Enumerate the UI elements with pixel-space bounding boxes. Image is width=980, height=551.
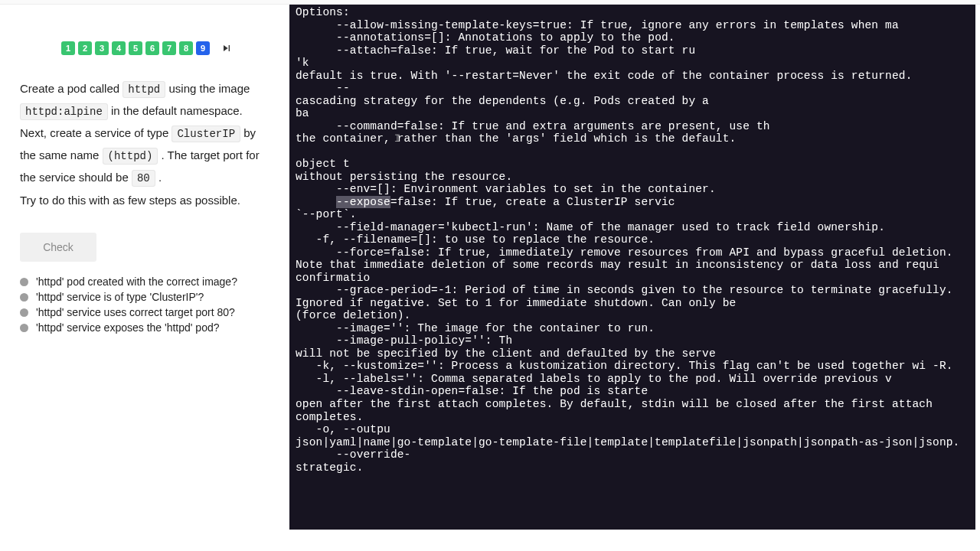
skip-end-button[interactable]	[220, 42, 233, 54]
instr-text: .	[158, 171, 162, 184]
terminal-highlight: --expose	[336, 196, 390, 208]
scrollbar[interactable]	[975, 5, 980, 530]
bullet-icon	[20, 278, 28, 286]
instr-text: Create a pod called	[20, 82, 122, 95]
checklist-item: 'httpd' service uses correct target port…	[20, 306, 270, 318]
page-btn-1[interactable]: 1	[61, 41, 75, 55]
code-httpd: httpd	[122, 81, 165, 98]
code-clusterip: ClusterIP	[172, 126, 240, 142]
instr-text: using the image	[168, 82, 250, 95]
checklist-item: 'httpd' service exposes the 'httpd' pod?	[20, 321, 270, 334]
instructions-text: Create a pod called httpd using the imag…	[20, 78, 270, 213]
checklist-item: 'httpd' service is of type 'ClusterIP'?	[20, 291, 270, 303]
page-btn-6[interactable]: 6	[145, 41, 159, 55]
terminal-container: Options: --allow-missing-template-keys=t…	[289, 5, 980, 551]
terminal-output: =false: If true, create a ClusterIP serv…	[296, 196, 959, 474]
page-btn-9[interactable]: 9	[196, 41, 210, 55]
bullet-icon	[20, 308, 28, 317]
check-button[interactable]: Check	[20, 233, 96, 262]
page-btn-3[interactable]: 3	[95, 41, 109, 55]
checklist: 'httpd' pod created with the correct ima…	[20, 276, 270, 337]
page-btn-8[interactable]: 8	[179, 41, 193, 55]
code-port: 80	[132, 170, 155, 187]
code-name: (httpd)	[103, 148, 158, 165]
instr-hint: Try to do this with as few steps as poss…	[20, 190, 270, 211]
bullet-icon	[20, 293, 28, 302]
code-image: httpd:alpine	[20, 103, 108, 120]
terminal-output: Options: --allow-missing-template-keys=t…	[296, 6, 912, 208]
bullet-icon	[20, 324, 28, 332]
page-btn-5[interactable]: 5	[129, 41, 142, 55]
main-layout: 1 2 3 4 5 6 7 8 9 Create a pod called ht…	[0, 5, 980, 551]
skip-end-icon	[220, 42, 233, 54]
page-btn-2[interactable]: 2	[78, 41, 92, 55]
pagination: 1 2 3 4 5 6 7 8 9	[61, 41, 270, 55]
checklist-item: 'httpd' pod created with the correct ima…	[20, 276, 270, 288]
left-panel: 1 2 3 4 5 6 7 8 9 Create a pod called ht…	[0, 5, 289, 551]
page-btn-7[interactable]: 7	[162, 41, 176, 55]
scrollbar-thumb[interactable]	[975, 5, 980, 293]
terminal[interactable]: Options: --allow-missing-template-keys=t…	[289, 5, 975, 530]
page-btn-4[interactable]: 4	[112, 41, 126, 55]
